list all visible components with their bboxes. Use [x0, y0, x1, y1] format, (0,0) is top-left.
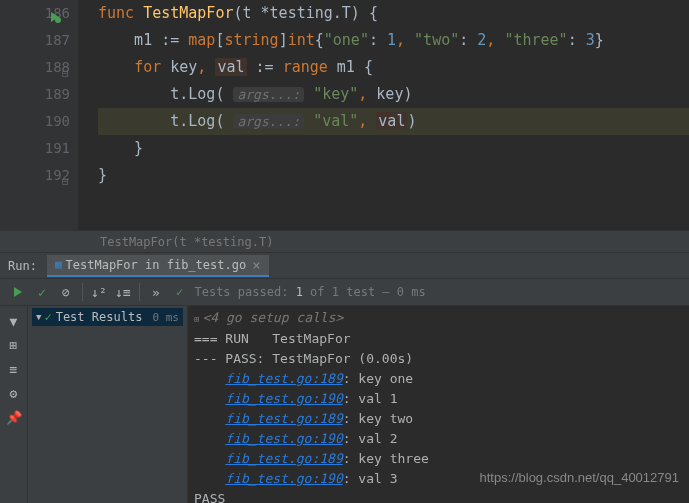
console-line: fib_test.go:190: val 2 [194, 429, 683, 449]
show-ignored-button[interactable]: ⊘ [54, 280, 78, 304]
code-line[interactable]: t.Log( args...: "key", key) [98, 81, 689, 108]
code-line[interactable]: } [98, 135, 689, 162]
layout-button[interactable]: ⊞ [4, 334, 24, 356]
expand-button[interactable]: » [144, 280, 168, 304]
file-link[interactable]: fib_test.go:190 [225, 391, 342, 406]
file-link[interactable]: fib_test.go:189 [225, 371, 342, 386]
settings-icon[interactable]: ⚙ [4, 382, 24, 404]
line-number: 190 [0, 108, 70, 135]
code-line[interactable]: func TestMapFor(t *testing.T) { [98, 0, 689, 27]
code-editor[interactable]: 186 187 188 ⊟ 189 190 191 192 ⊟ func Tes… [0, 0, 689, 230]
close-icon[interactable]: × [252, 257, 260, 273]
file-link[interactable]: fib_test.go:189 [225, 451, 342, 466]
console-line: fib_test.go:189: key one [194, 369, 683, 389]
code-line[interactable]: t.Log( args...: "val", val) [98, 108, 689, 135]
test-file-icon: ▦ [55, 258, 62, 271]
console-line: PASS [194, 489, 683, 503]
run-label: Run: [8, 259, 37, 273]
console-line: --- PASS: TestMapFor (0.00s) [194, 349, 683, 369]
structure-icon[interactable]: ≡ [4, 358, 24, 380]
code-line[interactable]: for key, val := range m1 { [98, 54, 689, 81]
test-tree[interactable]: ▼ ✓ Test Results 0 ms [28, 306, 188, 503]
run-tab[interactable]: ▦ TestMapFor in fib_test.go × [47, 255, 269, 277]
run-header: Run: ▦ TestMapFor in fib_test.go × [0, 253, 689, 278]
watermark: https://blog.csdn.net/qq_40012791 [480, 470, 680, 485]
breadcrumb[interactable]: TestMapFor(t *testing.T) [0, 230, 689, 252]
code-line[interactable]: m1 := map[string]int{"one": 1, "two": 2,… [98, 27, 689, 54]
fold-icon[interactable]: ⊟ [62, 168, 69, 195]
file-link[interactable]: fib_test.go:190 [225, 431, 342, 446]
console-line: fib_test.go:190: val 1 [194, 389, 683, 409]
tree-time: 0 ms [153, 311, 180, 324]
pin-icon[interactable]: 📌 [4, 406, 24, 428]
line-number: 186 [0, 0, 70, 27]
code-area[interactable]: func TestMapFor(t *testing.T) { m1 := ma… [78, 0, 689, 230]
line-number: 187 [0, 27, 70, 54]
rerun-button[interactable] [6, 280, 30, 304]
line-number: 189 [0, 81, 70, 108]
collapse-icon[interactable]: ▼ [36, 312, 41, 322]
line-number: 188 ⊟ [0, 54, 70, 81]
sort-up-icon[interactable]: ↓≡ [111, 280, 135, 304]
line-number: 192 ⊟ [0, 162, 70, 189]
code-line[interactable]: } [98, 162, 689, 189]
tab-label: TestMapFor in fib_test.go [66, 258, 247, 272]
file-link[interactable]: fib_test.go:189 [225, 411, 342, 426]
separator [139, 283, 140, 301]
line-number: 191 [0, 135, 70, 162]
tree-label: Test Results [56, 310, 143, 324]
console-line: fib_test.go:189: key three [194, 449, 683, 469]
left-toolbar: ▼ ⊞ ≡ ⚙ 📌 [0, 306, 28, 503]
console-line: === RUN TestMapFor [194, 329, 683, 349]
svg-point-0 [55, 17, 61, 23]
check-icon: ✓ [44, 310, 51, 324]
run-panel: Run: ▦ TestMapFor in fib_test.go × ✓ ⊘ ↓… [0, 252, 689, 503]
test-status: ✓ Tests passed: 1 of 1 test – 0 ms [176, 285, 426, 299]
file-link[interactable]: fib_test.go:190 [225, 471, 342, 486]
sort-down-icon[interactable]: ↓² [87, 280, 111, 304]
separator [82, 283, 83, 301]
test-toolbar: ✓ ⊘ ↓² ↓≡ » ✓ Tests passed: 1 of 1 test … [0, 278, 689, 306]
run-test-icon[interactable] [48, 6, 62, 20]
console-line: fib_test.go:189: key two [194, 409, 683, 429]
filter-button[interactable]: ▼ [4, 310, 24, 332]
test-results-root[interactable]: ▼ ✓ Test Results 0 ms [32, 308, 183, 326]
show-passed-button[interactable]: ✓ [30, 280, 54, 304]
console-line: ⊞<4 go setup calls> [194, 308, 683, 329]
gutter: 186 187 188 ⊟ 189 190 191 192 ⊟ [0, 0, 78, 230]
